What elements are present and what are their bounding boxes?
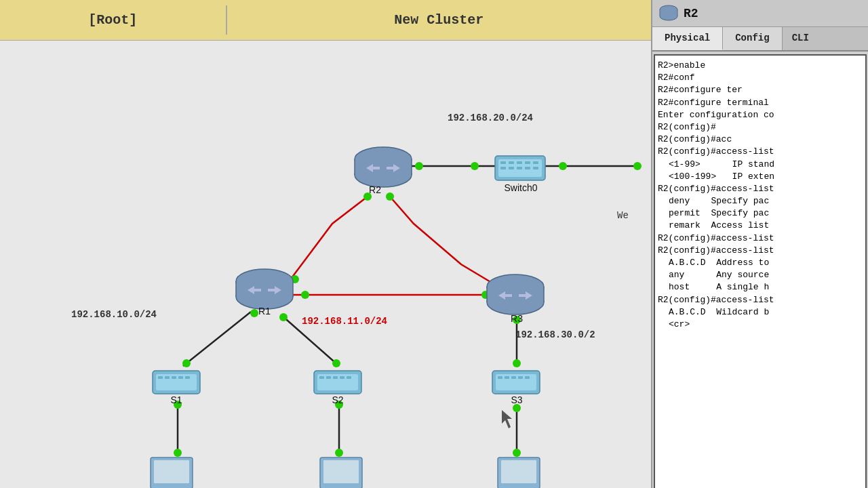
- cli-line-13: remark Access list: [658, 220, 863, 232]
- svg-rect-45: [511, 376, 516, 379]
- router-r1[interactable]: [236, 269, 293, 309]
- svg-rect-33: [185, 376, 190, 379]
- router-icon: [659, 4, 678, 23]
- cli-line-21: <cr>: [658, 319, 863, 331]
- net-label-20: 192.168.20.0/24: [448, 113, 533, 123]
- tabs-bar: Physical Config CLI: [652, 27, 868, 52]
- cli-line-20: A.B.C.D Wildcard b: [658, 306, 863, 319]
- svg-rect-32: [178, 376, 183, 379]
- label-switch0: Switch0: [504, 182, 537, 193]
- svg-rect-65: [660, 9, 677, 16]
- svg-rect-17: [500, 161, 506, 164]
- svg-rect-22: [500, 167, 506, 169]
- device-title-bar: R2: [652, 0, 868, 27]
- svg-rect-54: [323, 460, 359, 483]
- label-r1: R1: [258, 306, 271, 317]
- cli-line-7: R2(config)#access-list: [658, 146, 863, 158]
- dot-s1-pc1-bot: [174, 449, 182, 457]
- dot-r2-switch0-left: [415, 162, 423, 170]
- dot-switch0-right2: [633, 162, 642, 170]
- svg-rect-43: [498, 376, 502, 379]
- label-s2: S2: [332, 394, 343, 405]
- svg-rect-7: [236, 281, 293, 297]
- mouse-cursor: [502, 410, 512, 428]
- svg-rect-38: [333, 376, 338, 379]
- svg-rect-36: [319, 376, 324, 379]
- cli-line-14: R2(config)#access-list: [658, 232, 863, 245]
- dot-r3-s3-bot: [513, 359, 521, 367]
- switch-s2[interactable]: [314, 371, 361, 394]
- svg-rect-26: [533, 167, 538, 169]
- label-r3: R3: [511, 313, 523, 324]
- svg-rect-49: [154, 460, 189, 483]
- topology-canvas[interactable]: 192.168.20.0/24 192.168.10.0/24 192.168.…: [0, 41, 651, 488]
- svg-rect-46: [518, 376, 523, 379]
- dot-s3-pc3-bot: [513, 449, 521, 457]
- switch-s1[interactable]: [153, 371, 200, 394]
- conn-r1-s1: [183, 312, 251, 366]
- cli-terminal[interactable]: R2>enable R2#conf R2#configure ter R2#co…: [654, 54, 867, 488]
- svg-rect-25: [525, 167, 530, 169]
- router-r2[interactable]: [355, 147, 412, 187]
- switch-switch0[interactable]: [495, 156, 545, 180]
- cli-line-19: R2(config)#access-list: [658, 294, 863, 306]
- dot-r1-s2-bot: [332, 359, 340, 367]
- svg-rect-39: [340, 376, 344, 379]
- cli-line-6: R2(config)#acc: [658, 134, 863, 146]
- pc-pc2[interactable]: [320, 458, 362, 488]
- svg-rect-40: [347, 376, 351, 379]
- pc-pc1[interactable]: [151, 458, 193, 488]
- switch-s3[interactable]: [492, 371, 540, 394]
- svg-rect-2: [355, 159, 412, 175]
- device-name: R2: [684, 7, 698, 20]
- dot-r1-s1-top: [250, 309, 258, 317]
- dot-r1-r3-left: [301, 291, 309, 299]
- net-label-10: 192.168.10.0/24: [71, 309, 157, 320]
- svg-rect-21: [533, 161, 538, 164]
- label-r2: R2: [369, 184, 381, 195]
- svg-rect-31: [172, 376, 176, 379]
- net-label-11: 192.168.11.0/24: [302, 316, 387, 327]
- root-label: [Root]: [0, 5, 227, 35]
- svg-rect-47: [525, 376, 530, 379]
- cli-line-9: <100-199> IP exten: [658, 171, 863, 183]
- svg-rect-12: [487, 287, 544, 302]
- dot-r1-s1-bot: [182, 359, 191, 367]
- svg-rect-18: [509, 161, 514, 164]
- dot-r2-switch0-mid: [471, 162, 479, 170]
- partial-text-we: We: [617, 210, 629, 221]
- svg-rect-59: [501, 460, 536, 483]
- cli-line-15: R2(config)#access-list: [658, 245, 863, 257]
- cli-line-18: host A single h: [658, 281, 863, 293]
- cli-line-10: R2(config)#access-list: [658, 183, 863, 195]
- tab-config[interactable]: Config: [723, 27, 782, 50]
- cluster-label: New Cluster: [227, 12, 651, 28]
- dot-switch0-right1: [559, 162, 567, 170]
- label-s1: S1: [170, 394, 182, 405]
- tab-cli[interactable]: CLI: [783, 27, 818, 50]
- cli-line-11: deny Specify pac: [658, 195, 863, 207]
- svg-rect-23: [509, 167, 514, 169]
- dot-s2-pc2-bot: [335, 449, 343, 457]
- device-properties-panel: R2 Physical Config CLI R2>enable R2#conf…: [651, 0, 868, 488]
- cli-line-0: R2>enable: [658, 60, 863, 72]
- router-r3[interactable]: [487, 274, 544, 314]
- pc-pc3[interactable]: [498, 458, 540, 488]
- net-label-30: 192.168.30.0/2: [515, 329, 595, 340]
- cli-line-1: R2#conf: [658, 72, 863, 84]
- cli-line-3: R2#configure terminal: [658, 97, 863, 109]
- label-s3: S3: [511, 394, 522, 405]
- cli-line-5: R2(config)#: [658, 121, 863, 134]
- topology-panel: [Root] New Cluster 192.168.20.0/24 192.1…: [0, 0, 651, 488]
- cli-line-8: <1-99> IP stand: [658, 159, 863, 171]
- svg-rect-30: [165, 376, 170, 379]
- svg-rect-20: [525, 161, 530, 164]
- cli-line-2: R2#configure ter: [658, 84, 863, 96]
- svg-rect-24: [517, 167, 522, 169]
- cli-line-17: any Any source: [658, 269, 863, 281]
- svg-rect-29: [158, 376, 163, 379]
- top-bar: [Root] New Cluster: [0, 0, 651, 41]
- cli-line-12: permit Specify pac: [658, 207, 863, 220]
- tab-physical[interactable]: Physical: [652, 27, 723, 50]
- cli-line-16: A.B.C.D Address to: [658, 257, 863, 269]
